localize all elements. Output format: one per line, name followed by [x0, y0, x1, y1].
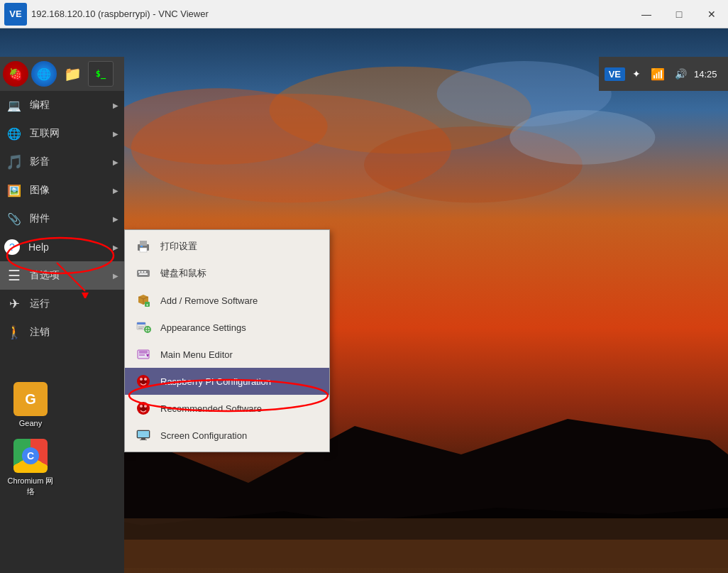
submenu-label-print: 打印设置 — [160, 240, 197, 253]
svg-rect-44 — [141, 438, 145, 440]
wifi-icon[interactable]: 📶 — [648, 66, 668, 82]
main-menu-editor-icon — [133, 344, 153, 364]
submenu-item-print[interactable]: 打印设置 — [125, 233, 329, 260]
menu-item-run[interactable]: ✈ 运行 — [0, 290, 124, 318]
bluetooth-icon[interactable]: ✦ — [629, 67, 644, 81]
menu-item-media[interactable]: 🎵 影音 ▶ — [0, 148, 124, 176]
clock: 14:25 — [694, 69, 722, 80]
browser-app-icon[interactable]: 🌐 — [31, 61, 57, 87]
menu-label-run: 运行 — [30, 298, 118, 310]
chromium-label: Chromium 网络 — [6, 476, 55, 497]
svg-point-2 — [437, 61, 612, 126]
svg-rect-19 — [139, 273, 148, 275]
svg-rect-24 — [138, 327, 144, 327]
svg-point-40 — [140, 405, 143, 408]
arrow-icon-preferences: ▶ — [113, 272, 118, 280]
submenu-label-keyboard: 键盘和鼠标 — [160, 267, 206, 280]
add-remove-software-icon: + — [133, 290, 153, 310]
pi-config-icon — [133, 371, 153, 391]
svg-point-4 — [364, 126, 583, 202]
svg-rect-16 — [138, 271, 140, 273]
svg-rect-13 — [140, 248, 147, 252]
title-bar: VE 192.168.120.10 (raspberrypi) - VNC Vi… — [0, 0, 728, 28]
recommended-software-icon — [133, 398, 153, 418]
logout-icon: 🚶 — [4, 322, 24, 342]
folder-app-icon[interactable]: 📁 — [60, 61, 85, 87]
window-controls: — □ ✕ — [630, 0, 728, 28]
submenu-label-software: Add / Remove Software — [160, 295, 258, 306]
svg-point-41 — [144, 405, 147, 408]
menu-label-logout: 注销 — [30, 326, 118, 339]
internet-icon: 🌐 — [4, 124, 24, 143]
svg-point-37 — [144, 378, 147, 381]
arrow-icon-image: ▶ — [113, 187, 118, 195]
svg-rect-23 — [137, 322, 145, 324]
programming-icon: 💻 — [4, 95, 24, 115]
vnc-tray-icon[interactable]: VE — [605, 67, 625, 81]
svg-point-6 — [509, 110, 655, 165]
svg-rect-43 — [138, 431, 149, 437]
menu-label-preferences: 首选项 — [30, 269, 113, 282]
svg-rect-17 — [141, 271, 143, 273]
menu-label-help: Help — [28, 241, 113, 253]
preferences-submenu: 打印设置 键盘和鼠标 — [124, 229, 330, 452]
submenu-item-recommended[interactable]: Recommended Software — [125, 395, 329, 422]
menu-item-image[interactable]: 🖼️ 图像 ▶ — [0, 176, 124, 204]
taskbar-top: 🍓 🌐 📁 $_ — [0, 57, 124, 91]
desktop: VE ✦ 📶 🔊 14:25 🍓 🌐 📁 $_ 💻 编程 ▶ 🌐 互联网 ▶ 🎵… — [0, 28, 728, 573]
vnc-logo: VE — [9, 9, 21, 19]
screen-config-icon — [133, 425, 153, 445]
submenu-label-menu-editor: Main Menu Editor — [160, 349, 233, 360]
system-tray: VE ✦ 📶 🔊 14:25 — [599, 57, 728, 91]
preferences-icon: ☰ — [4, 266, 24, 285]
help-icon: ? — [4, 239, 20, 255]
submenu-item-appearance[interactable]: Appearance Settings — [125, 314, 329, 341]
svg-point-1 — [270, 67, 531, 154]
svg-rect-12 — [140, 241, 147, 246]
app-icon: VE — [4, 3, 27, 26]
svg-point-36 — [140, 378, 143, 381]
menu-label-internet: 互联网 — [30, 127, 113, 140]
maximize-button[interactable]: □ — [663, 0, 695, 28]
menu-item-programming[interactable]: 💻 编程 ▶ — [0, 91, 124, 119]
svg-point-5 — [109, 88, 328, 164]
arrow-icon-programming: ▶ — [113, 102, 118, 109]
close-button[interactable]: ✕ — [695, 0, 728, 28]
arrow-icon-media: ▶ — [113, 158, 118, 166]
menu-label-accessories: 附件 — [30, 212, 113, 225]
volume-icon[interactable]: 🔊 — [672, 67, 690, 81]
submenu-item-menu-editor[interactable]: Main Menu Editor — [125, 341, 329, 368]
menu-item-logout[interactable]: 🚶 注销 — [0, 318, 124, 346]
minimize-button[interactable]: — — [630, 0, 663, 28]
menu-label-image: 图像 — [30, 184, 113, 197]
menu-label-programming: 编程 — [30, 99, 113, 111]
submenu-item-pi-config[interactable]: Raspberry Pi Configuration — [125, 368, 329, 395]
submenu-item-keyboard[interactable]: 键盘和鼠标 — [125, 260, 329, 287]
chromium-icon[interactable]: C Chromium 网络 — [6, 439, 55, 497]
keyboard-icon — [133, 263, 153, 283]
submenu-item-software[interactable]: + Add / Remove Software — [125, 287, 329, 314]
menu-item-help[interactable]: ? Help ▶ — [0, 233, 124, 261]
terminal-app-icon[interactable]: $_ — [88, 61, 114, 87]
media-icon: 🎵 — [4, 152, 24, 172]
arrow-icon-internet: ▶ — [113, 130, 118, 138]
geany-label: Geany — [19, 419, 42, 427]
submenu-item-screen[interactable]: Screen Configuration — [125, 422, 329, 449]
submenu-label-appearance: Appearance Settings — [160, 322, 246, 333]
run-icon: ✈ — [4, 294, 24, 314]
accessories-icon: 📎 — [4, 209, 24, 229]
desktop-icon-area: G Geany C Chromium 网络 — [0, 375, 124, 504]
svg-rect-14 — [140, 246, 143, 247]
submenu-label-screen: Screen Configuration — [160, 430, 247, 441]
print-icon — [133, 236, 153, 256]
raspberry-app-icon[interactable]: 🍓 — [3, 61, 28, 87]
menu-item-accessories[interactable]: 📎 附件 ▶ — [0, 204, 124, 233]
geany-icon[interactable]: G Geany — [6, 382, 55, 427]
image-icon: 🖼️ — [4, 180, 24, 200]
svg-rect-45 — [140, 440, 147, 440]
menu-item-internet[interactable]: 🌐 互联网 ▶ — [0, 119, 124, 148]
menu-item-preferences[interactable]: ☰ 首选项 ▶ — [0, 261, 124, 290]
arrow-icon-help: ▶ — [113, 244, 118, 251]
taskbar: 🍓 🌐 📁 $_ 💻 编程 ▶ 🌐 互联网 ▶ 🎵 影音 ▶ 🖼️ 图像 ▶ 📎 — [0, 57, 124, 573]
svg-point-3 — [131, 94, 451, 202]
